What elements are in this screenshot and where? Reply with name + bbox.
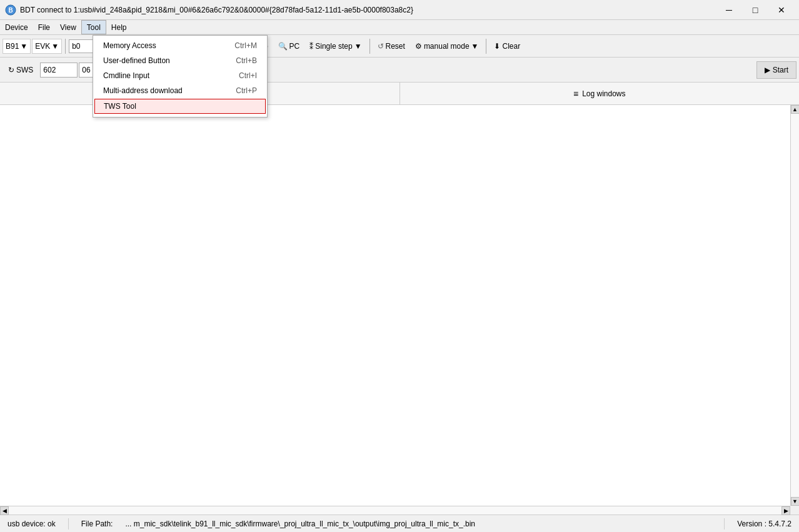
dropdown-arrow: ▼ <box>20 42 28 51</box>
scroll-track-v <box>791 114 799 497</box>
clear-button[interactable]: ⬇ Clear <box>490 38 525 55</box>
dropdown-arrow2: ▼ <box>51 42 59 51</box>
user-defined-shortcut: Ctrl+B <box>236 56 257 65</box>
menu-file[interactable]: File <box>33 20 55 34</box>
scroll-left-arrow[interactable]: ◀ <box>0 506 9 515</box>
cmdline-label: Cmdline Input <box>103 71 149 80</box>
tool-dropdown-menu: Memory Access Ctrl+M User-defined Button… <box>93 35 268 118</box>
file-path-label: File Path: <box>81 519 113 528</box>
manual-mode-icon: ⚙ <box>415 42 422 51</box>
sws-icon: ↻ <box>8 66 14 74</box>
menu-item-tws-tool[interactable]: TWS Tool <box>94 99 266 114</box>
multi-address-label: Multi-address download <box>103 86 183 95</box>
menu-item-user-defined[interactable]: User-defined Button Ctrl+B <box>93 53 267 68</box>
logwindows-icon: ≡ <box>573 89 578 99</box>
reset-icon: ↺ <box>378 42 384 51</box>
scroll-track-h <box>9 506 781 514</box>
menu-view[interactable]: View <box>55 20 81 34</box>
board-label: B91 <box>6 42 19 51</box>
manual-mode-button[interactable]: ⚙ manual mode ▼ <box>411 38 483 55</box>
start-button[interactable]: ▶ Start <box>756 61 796 79</box>
manual-mode-arrow: ▼ <box>471 42 479 51</box>
single-step-button[interactable]: ⁑ Single step ▼ <box>305 38 366 55</box>
scroll-right-arrow[interactable]: ▶ <box>781 506 790 515</box>
usb-status: usb device: ok <box>8 519 56 528</box>
user-defined-label: User-defined Button <box>103 56 170 65</box>
vertical-scrollbar[interactable]: ▲ ▼ <box>790 105 799 506</box>
menu-tool[interactable]: Tool <box>81 20 106 34</box>
menu-item-multi-address[interactable]: Multi-address download Ctrl+P <box>93 83 267 98</box>
menu-device[interactable]: Device <box>0 20 33 34</box>
menu-help[interactable]: Help <box>106 20 132 34</box>
clear-icon: ⬇ <box>494 42 500 51</box>
reset-button[interactable]: ↺ Reset <box>373 38 410 55</box>
separator3 <box>369 39 370 54</box>
status-bar: usb device: ok File Path: ... m_mic_sdk\… <box>0 514 799 532</box>
separator4 <box>486 39 486 54</box>
logwindows-label: Log windows <box>582 89 625 98</box>
svg-text:B: B <box>8 7 13 14</box>
separator1 <box>65 39 66 54</box>
file-path-value: ... m_mic_sdk\telink_b91_ll_mic_sdk\firm… <box>125 519 711 528</box>
title-bar: B BDT connect to 1:usb#vid_248a&pid_9218… <box>0 0 799 20</box>
evk-label: EVK <box>35 42 50 51</box>
menu-bar: Device File View Tool Help <box>0 20 799 35</box>
horizontal-scrollbar[interactable]: ◀ ▶ <box>0 506 790 514</box>
close-button[interactable]: ✕ <box>769 1 794 19</box>
scroll-down-arrow[interactable]: ▼ <box>791 497 800 506</box>
scroll-up-arrow[interactable]: ▲ <box>791 105 800 114</box>
status-divider1 <box>68 518 69 529</box>
memory-access-shortcut: Ctrl+M <box>234 41 257 50</box>
menu-item-memory-access[interactable]: Memory Access Ctrl+M <box>93 38 267 53</box>
single-step-arrow: ▼ <box>354 42 362 51</box>
logwindows-panel[interactable]: ≡ Log windows <box>400 83 800 104</box>
title-text: BDT connect to 1:usb#vid_248a&pid_9218&m… <box>20 6 716 14</box>
field1-input[interactable] <box>40 63 78 78</box>
tws-tool-label: TWS Tool <box>104 102 136 111</box>
window-controls: ─ □ ✕ <box>716 1 794 19</box>
minimize-button[interactable]: ─ <box>716 1 741 19</box>
memory-access-label: Memory Access <box>103 41 156 50</box>
version-label: Version : 5.4.7.2 <box>737 519 791 528</box>
search-icon: 🔍 <box>278 42 288 51</box>
app-icon: B <box>5 4 16 16</box>
sws-button[interactable]: ↻ SWS <box>3 61 39 79</box>
pc-button[interactable]: 🔍 PC <box>274 38 304 55</box>
menu-item-cmdline[interactable]: Cmdline Input Ctrl+I <box>93 68 267 83</box>
multi-address-shortcut: Ctrl+P <box>236 86 257 95</box>
cmdline-shortcut: Ctrl+I <box>239 71 257 80</box>
status-divider2 <box>724 518 725 529</box>
single-step-icon: ⁑ <box>309 42 313 51</box>
board-select[interactable]: B91 ▼ <box>3 39 31 54</box>
start-icon: ▶ <box>765 66 770 74</box>
maximize-button[interactable]: □ <box>743 1 768 19</box>
main-area: ▲ ▼ <box>0 105 799 506</box>
evk-select[interactable]: EVK ▼ <box>32 39 62 54</box>
